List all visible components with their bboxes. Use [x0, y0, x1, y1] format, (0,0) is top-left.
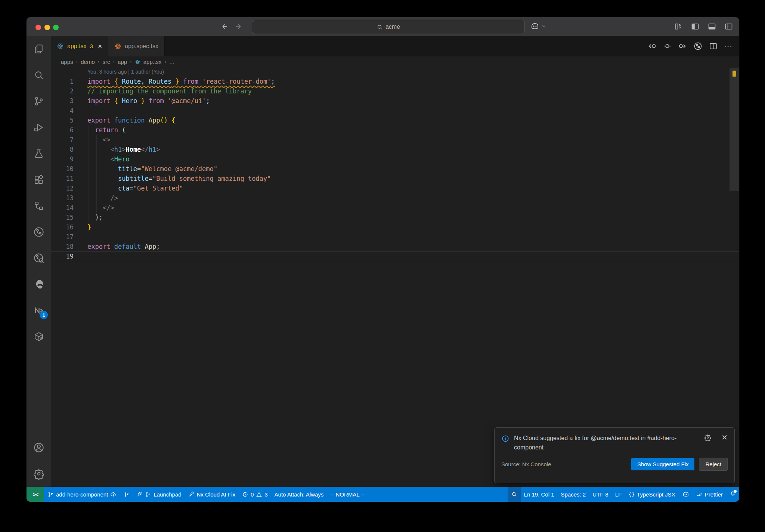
code-line[interactable]: 14 </>	[51, 203, 739, 213]
notification-settings-gear-icon[interactable]	[704, 434, 712, 442]
code-line[interactable]: 13 />	[51, 193, 739, 203]
tab-app-spec-tsx[interactable]: app.spec.tsx	[108, 36, 165, 56]
line-number[interactable]: 17	[51, 232, 74, 242]
code-line[interactable]: 17	[51, 232, 739, 242]
launchpad-item[interactable]: Launchpad	[133, 487, 185, 502]
code-text[interactable]: cta="Get Started"	[87, 183, 183, 193]
line-number[interactable]: 11	[51, 174, 74, 183]
breadcrumb-item[interactable]: apps	[61, 59, 73, 65]
remote-indicator[interactable]: ><	[27, 487, 44, 502]
code-line[interactable]: 1import { Route, Routes } from 'react-ro…	[51, 77, 739, 86]
git-branch-item[interactable]: add-hero-component	[44, 487, 120, 502]
formatter-item[interactable]: Prettier	[693, 487, 726, 502]
code-line[interactable]: 9 <Hero	[51, 154, 739, 164]
problems-item[interactable]: 0 3	[239, 487, 271, 502]
copilot-menu[interactable]	[530, 21, 546, 31]
sidebar-item-testing[interactable]	[27, 140, 51, 167]
maximize-window-button[interactable]	[53, 25, 59, 30]
code-line[interactable]: 19	[51, 251, 739, 261]
breadcrumb-item[interactable]: demo	[81, 59, 95, 65]
line-number[interactable]: 8	[51, 145, 74, 154]
scrollbar-thumb[interactable]	[730, 68, 739, 191]
code-line[interactable]: 5export function App() {	[51, 115, 739, 125]
pipeline-status-item[interactable]	[120, 487, 133, 502]
line-number[interactable]: 13	[51, 193, 74, 203]
notifications-item[interactable]	[726, 487, 739, 502]
code-text[interactable]: <Hero	[87, 154, 130, 164]
code-text[interactable]: <h1>Home</h1>	[87, 145, 160, 154]
code-line[interactable]: 16}	[51, 222, 739, 232]
eol-item[interactable]: LF	[612, 487, 625, 502]
navigate-back-button[interactable]	[219, 22, 229, 31]
code-line[interactable]: 11 subtitle="Build something amazing tod…	[51, 174, 739, 183]
close-window-button[interactable]	[35, 25, 41, 30]
cursor-position-item[interactable]: Ln 19, Col 1	[521, 487, 558, 502]
line-number[interactable]: 14	[51, 203, 74, 213]
git-blame-annotation[interactable]: You, 3 hours ago | 1 author (You)	[51, 67, 739, 77]
breadcrumb-item[interactable]: app	[118, 59, 127, 65]
sidebar-item-run-debug[interactable]	[27, 114, 51, 140]
copilot-status-item[interactable]	[679, 487, 693, 502]
sidebar-item-extensions[interactable]	[27, 167, 51, 193]
line-number[interactable]: 3	[51, 96, 74, 106]
code-text[interactable]: <>	[87, 135, 110, 145]
breadcrumb-item[interactable]: …	[169, 59, 175, 65]
zoom-item[interactable]	[508, 487, 521, 502]
toggle-panel-icon[interactable]	[707, 22, 716, 31]
open-changes-icon[interactable]	[663, 41, 672, 51]
sidebar-item-package[interactable]	[27, 324, 51, 350]
show-suggested-fix-button[interactable]: Show Suggested Fix	[631, 458, 695, 470]
code-line[interactable]: 4	[51, 106, 739, 115]
navigate-forward-button[interactable]	[234, 22, 244, 31]
breadcrumb-item[interactable]: src	[102, 59, 110, 65]
code-line[interactable]: 12 cta="Get Started"	[51, 183, 739, 193]
code-text[interactable]: </>	[87, 203, 114, 213]
line-number[interactable]: 19	[51, 252, 74, 261]
breadcrumb-item[interactable]: app.tsx	[143, 59, 161, 65]
sidebar-item-nx-console[interactable]: 1	[27, 297, 51, 324]
language-mode-item[interactable]: {} TypeScript JSX	[625, 487, 678, 502]
account-button[interactable]	[27, 434, 51, 461]
code-line[interactable]: 10 title="Welcmoe @acme/demo"	[51, 164, 739, 174]
code-text[interactable]: return (	[87, 125, 126, 135]
close-tab-icon[interactable]: ×	[98, 42, 102, 50]
settings-button[interactable]	[27, 461, 51, 487]
sidebar-item-hierarchy[interactable]	[27, 193, 51, 219]
toggle-secondary-sidebar-icon[interactable]	[724, 22, 733, 31]
line-number[interactable]: 12	[51, 183, 74, 193]
line-number[interactable]: 1	[51, 77, 74, 86]
nx-cloud-ai-fix-item[interactable]: Nx Cloud AI Fix	[185, 487, 239, 502]
code-line[interactable]: 8 <h1>Home</h1>	[51, 145, 739, 154]
code-line[interactable]: 2// importing the component from the lib…	[51, 86, 739, 96]
editor[interactable]: You, 3 hours ago | 1 author (You) 1impor…	[51, 67, 739, 487]
line-number[interactable]: 18	[51, 242, 74, 251]
line-number[interactable]: 9	[51, 154, 74, 164]
code-line[interactable]: 3import { Hero } from '@acme/ui';	[51, 96, 739, 106]
line-number[interactable]: 6	[51, 125, 74, 135]
sidebar-item-search[interactable]	[27, 62, 51, 88]
line-number[interactable]: 7	[51, 135, 74, 145]
code-text[interactable]: export default App;	[87, 242, 160, 251]
sidebar-item-edge-tools[interactable]	[27, 271, 51, 297]
split-editor-icon[interactable]	[709, 41, 718, 51]
line-number[interactable]: 2	[51, 86, 74, 96]
line-number[interactable]: 5	[51, 115, 74, 125]
notification-close-icon[interactable]: ✕	[721, 434, 728, 441]
line-number[interactable]: 15	[51, 213, 74, 222]
code-text[interactable]: // importing the component from the libr…	[87, 86, 252, 96]
code-line[interactable]: 7 <>	[51, 135, 739, 145]
code-text[interactable]: import { Hero } from '@acme/ui';	[87, 96, 210, 106]
auto-attach-item[interactable]: Auto Attach: Always	[271, 487, 327, 502]
previous-change-icon[interactable]	[647, 41, 657, 51]
line-number[interactable]: 10	[51, 164, 74, 174]
reject-button[interactable]: Reject	[699, 458, 728, 471]
code-text[interactable]: );	[87, 213, 103, 222]
code-text[interactable]: import { Route, Routes } from 'react-rou…	[87, 77, 275, 86]
code-text[interactable]: title="Welcmoe @acme/demo"	[87, 164, 217, 174]
indentation-item[interactable]: Spaces: 2	[558, 487, 589, 502]
more-actions-icon[interactable]: ···	[724, 42, 733, 50]
sidebar-item-explorer[interactable]	[27, 36, 51, 62]
encoding-item[interactable]: UTF-8	[589, 487, 612, 502]
code-line[interactable]: 6 return (	[51, 125, 739, 135]
code-line[interactable]: 18export default App;	[51, 242, 739, 251]
